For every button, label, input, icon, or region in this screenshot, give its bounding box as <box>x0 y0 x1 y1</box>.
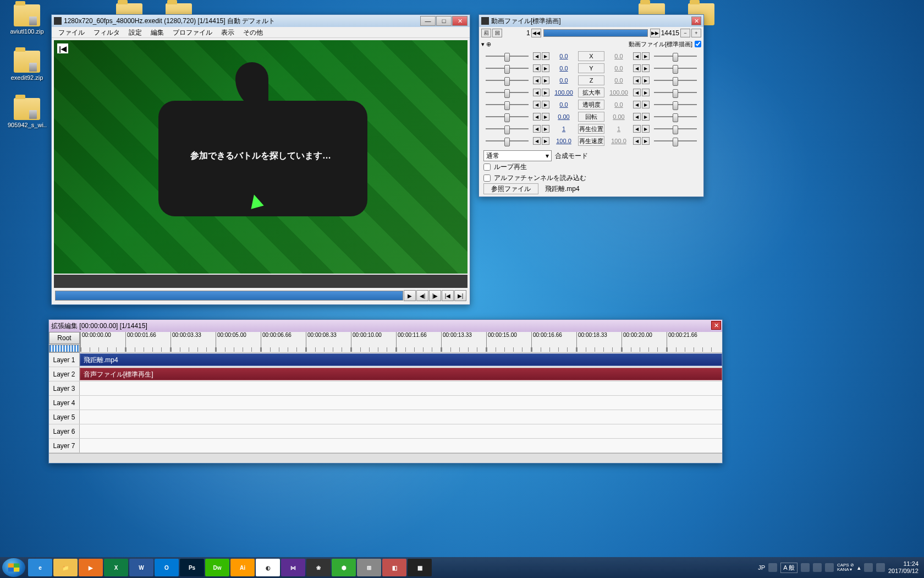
tray-icon[interactable] <box>813 563 822 572</box>
spin-down-button[interactable]: ◀ <box>533 77 541 84</box>
desktop-icon[interactable]: 905942_s_wi.. <box>8 98 46 128</box>
titlebar[interactable]: 拡張編集 [00:00:00.00] [1/14415] <box>49 320 722 332</box>
taskbar-app-icon[interactable]: O <box>155 559 179 576</box>
slider[interactable] <box>482 100 532 109</box>
spin-up-button[interactable]: ▶ <box>642 113 650 121</box>
slider[interactable] <box>651 112 700 121</box>
spin-down-button[interactable]: ◀ <box>633 137 641 145</box>
titlebar[interactable]: 動画ファイル[標準描画] ✕ <box>479 15 703 27</box>
menu-item[interactable]: 設定 <box>124 27 146 37</box>
close-button[interactable]: ✕ <box>452 16 468 26</box>
spin-down-button[interactable]: ◀ <box>633 64 641 72</box>
menu-item[interactable]: フィルタ <box>89 27 124 37</box>
slider[interactable] <box>651 137 700 145</box>
frame-prev-button[interactable]: ◀◀ <box>531 29 541 37</box>
taskbar-app-icon[interactable]: Ai <box>230 559 255 576</box>
value-right[interactable]: 100.00 <box>606 89 632 96</box>
value-left[interactable]: 0.0 <box>551 53 577 59</box>
slider[interactable] <box>482 137 532 145</box>
layer-label[interactable]: Layer 4 <box>49 396 80 410</box>
slider[interactable] <box>482 124 532 133</box>
taskbar-app-icon[interactable]: ⬢ <box>332 559 356 576</box>
taskbar-app-icon[interactable]: ◐ <box>256 559 280 576</box>
spin-up-button[interactable]: ▶ <box>542 137 549 145</box>
value-left[interactable]: 100.0 <box>551 138 577 144</box>
value-left[interactable]: 0.00 <box>551 113 577 120</box>
layer-track[interactable] <box>80 410 722 424</box>
goto-start-button[interactable]: |◀ <box>442 290 454 301</box>
start-button[interactable] <box>2 558 25 577</box>
slider[interactable] <box>651 100 700 109</box>
spin-down-button[interactable]: ◀ <box>633 77 641 84</box>
layer-track[interactable] <box>80 396 722 410</box>
taskbar-app-icon[interactable]: Ps <box>180 559 204 576</box>
spin-up-button[interactable]: ▶ <box>542 64 549 72</box>
play-button[interactable]: ▶ <box>404 290 416 301</box>
spin-down-button[interactable]: ◀ <box>533 89 541 96</box>
frame-range-bar[interactable] <box>543 29 648 37</box>
enable-checkbox[interactable] <box>695 41 701 47</box>
taskbar-app-icon[interactable]: ⋈ <box>281 559 305 576</box>
slider[interactable] <box>651 124 700 133</box>
spin-up-button[interactable]: ▶ <box>542 113 549 121</box>
spin-up-button[interactable]: ▶ <box>542 52 549 60</box>
frame-next-button[interactable]: ▶▶ <box>650 29 660 37</box>
taskbar-app-icon[interactable]: 📁 <box>53 559 78 576</box>
titlebar[interactable]: 1280x720_60fps_48000Hz.exedit (1280,720)… <box>52 15 470 27</box>
tray-icon[interactable] <box>825 563 834 572</box>
step-fwd-button[interactable]: |▶ <box>429 290 441 301</box>
spin-up-button[interactable]: ▶ <box>642 89 650 96</box>
layer-label[interactable]: Layer 1 <box>49 353 80 367</box>
toggle-icon[interactable]: 罰 <box>481 29 491 37</box>
spin-up-button[interactable]: ▶ <box>642 64 650 72</box>
taskbar-app-icon[interactable]: ▶ <box>79 559 103 576</box>
taskbar-app-icon[interactable]: Dw <box>205 559 229 576</box>
spin-up-button[interactable]: ▶ <box>642 137 650 145</box>
value-right[interactable]: 0.0 <box>606 53 632 59</box>
value-left[interactable]: 0.0 <box>551 65 577 72</box>
spin-up-button[interactable]: ▶ <box>542 77 549 84</box>
spin-down-button[interactable]: ◀ <box>533 64 541 72</box>
tray-icon[interactable] <box>768 563 777 572</box>
caps-kana-indicator[interactable]: CAPS ⊘ KANA ▾ <box>837 563 854 572</box>
taskbar-app-icon[interactable]: e <box>28 559 52 576</box>
spin-up-button[interactable]: ▶ <box>542 89 549 96</box>
spin-down-button[interactable]: ◀ <box>533 101 541 108</box>
maximize-button[interactable]: □ <box>436 16 452 26</box>
close-button[interactable]: ✕ <box>711 321 721 330</box>
slider[interactable] <box>482 52 532 61</box>
lang-indicator[interactable]: JP <box>758 564 765 571</box>
tray-icon[interactable] <box>801 563 810 572</box>
minus-button[interactable]: − <box>680 29 690 37</box>
layer-track[interactable]: 音声ファイル[標準再生] <box>80 367 722 381</box>
step-back-button[interactable]: ◀| <box>416 290 428 301</box>
menu-item[interactable]: ファイル <box>54 27 89 37</box>
layer-label[interactable]: Layer 2 <box>49 367 80 381</box>
layer-track[interactable] <box>80 381 722 395</box>
value-right[interactable]: 0.0 <box>606 77 632 84</box>
layer-track[interactable] <box>80 439 722 452</box>
clock[interactable]: 11:24 2017/09/12 <box>888 560 919 575</box>
taskbar-app-icon[interactable]: ⊞ <box>357 559 381 576</box>
slider[interactable] <box>482 64 532 73</box>
spin-down-button[interactable]: ◀ <box>533 137 541 145</box>
ime-indicator[interactable]: A 般 <box>780 563 798 573</box>
spin-down-button[interactable]: ◀ <box>533 52 541 60</box>
minimize-button[interactable]: — <box>420 16 436 26</box>
value-left[interactable]: 0.0 <box>551 77 577 84</box>
value-right[interactable]: 0.0 <box>606 101 632 108</box>
slider[interactable] <box>651 52 700 61</box>
value-right[interactable]: 0.00 <box>606 113 632 120</box>
taskbar-app-icon[interactable]: W <box>129 559 153 576</box>
layer-label[interactable]: Layer 6 <box>49 424 80 438</box>
alpha-checkbox[interactable] <box>483 175 491 182</box>
blend-mode-select[interactable]: 通常▾ <box>483 150 552 161</box>
layer-label[interactable]: Layer 7 <box>49 439 80 452</box>
slider[interactable] <box>651 88 700 97</box>
spin-up-button[interactable]: ▶ <box>542 125 549 133</box>
spin-down-button[interactable]: ◀ <box>633 113 641 121</box>
spin-up-button[interactable]: ▶ <box>642 101 650 108</box>
layer-track[interactable] <box>80 424 722 438</box>
goto-end-button[interactable]: ▶| <box>454 290 466 301</box>
slider[interactable] <box>482 76 532 85</box>
